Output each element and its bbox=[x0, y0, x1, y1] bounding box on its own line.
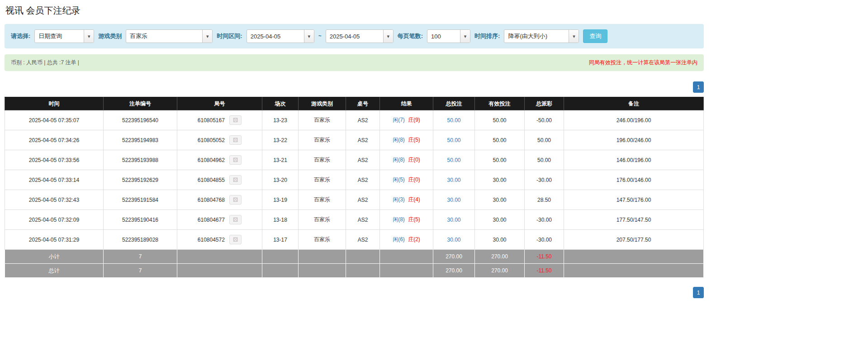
result-banker: 庄(9) bbox=[408, 117, 420, 123]
subtotal-count: 7 bbox=[104, 250, 177, 264]
cell-payout: 28.50 bbox=[525, 190, 564, 210]
cell-table: AS2 bbox=[346, 130, 380, 150]
cell-payout: -30.00 bbox=[525, 170, 564, 190]
cell-session: 13-22 bbox=[262, 130, 299, 150]
cell-result: 闲(8) 庄(0) bbox=[380, 150, 433, 170]
date-to-value: 2025-04-05 bbox=[326, 30, 383, 43]
cell-note: 147.50/176.00 bbox=[564, 190, 704, 210]
cell-note: 177.50/147.50 bbox=[564, 210, 704, 230]
total-bet-link[interactable]: 50.00 bbox=[447, 157, 460, 163]
page-size-label: 每页笔数: bbox=[398, 32, 423, 40]
column-header-valid-bet: 有效投注 bbox=[475, 97, 525, 110]
video-replay-icon[interactable]: ⚄ bbox=[229, 215, 242, 224]
cell-game: 百家乐 bbox=[299, 110, 346, 130]
column-header-payout: 总派彩 bbox=[525, 97, 564, 110]
table-head-row: 时间 注单编号 局号 场次 游戏类别 桌号 结果 总投注 有效投注 总派彩 备注 bbox=[5, 97, 704, 110]
video-replay-icon[interactable]: ⚄ bbox=[229, 135, 242, 145]
cell-result: 闲(6) 庄(2) bbox=[380, 230, 433, 250]
video-replay-icon[interactable]: ⚄ bbox=[229, 175, 242, 185]
cell-time: 2025-04-05 07:31:29 bbox=[5, 230, 104, 250]
cell-bet-id: 522395194983 bbox=[104, 130, 177, 150]
summary-bar: 币别 : 人民币 | 总共 :7 注单 | 同局有效投注，统一计算在该局第一张注… bbox=[5, 54, 704, 71]
cell-total-bet-wrap: 50.00 bbox=[433, 150, 475, 170]
cell-valid-bet: 30.00 bbox=[475, 210, 525, 230]
total-bet-link[interactable]: 30.00 bbox=[447, 177, 460, 183]
page-button-1[interactable]: 1 bbox=[693, 81, 704, 93]
total-bet-link[interactable]: 30.00 bbox=[447, 197, 460, 203]
date-to-dropdown[interactable]: 2025-04-05 ▾ bbox=[326, 29, 394, 43]
page-button-1[interactable]: 1 bbox=[693, 287, 704, 298]
chevron-down-icon[interactable]: ▾ bbox=[304, 30, 314, 43]
subtotal-label: 小计 bbox=[5, 250, 104, 264]
cell-game: 百家乐 bbox=[299, 130, 346, 150]
total-bet-link[interactable]: 30.00 bbox=[447, 237, 460, 243]
total-label: 总计 bbox=[5, 264, 104, 278]
search-button[interactable]: 查询 bbox=[583, 29, 607, 43]
cell-table: AS2 bbox=[346, 170, 380, 190]
chevron-down-icon[interactable]: ▾ bbox=[202, 30, 212, 43]
game-type-dropdown[interactable]: 百家乐 ▾ bbox=[126, 29, 213, 43]
cell-round: 610805167 ⚄ bbox=[177, 110, 262, 130]
video-replay-icon[interactable]: ⚄ bbox=[229, 115, 242, 125]
subtotal-total-bet: 270.00 bbox=[433, 250, 475, 264]
total-valid-bet: 270.00 bbox=[475, 264, 525, 278]
total-count: 7 bbox=[104, 264, 177, 278]
summary-notice: 同局有效投注，统一计算在该局第一张注单内 bbox=[589, 59, 697, 67]
cell-session: 13-17 bbox=[262, 230, 299, 250]
video-replay-icon[interactable]: ⚄ bbox=[229, 155, 242, 165]
cell-result: 闲(7) 庄(9) bbox=[380, 110, 433, 130]
cell-note: 246.00/196.00 bbox=[564, 110, 704, 130]
cell-payout: -30.00 bbox=[525, 210, 564, 230]
table-row: 2025-04-05 07:32:09 522395190416 6108046… bbox=[5, 210, 704, 230]
game-type-value: 百家乐 bbox=[126, 30, 202, 43]
result-banker: 庄(5) bbox=[408, 137, 420, 143]
cell-note: 146.00/196.00 bbox=[564, 150, 704, 170]
video-replay-icon[interactable]: ⚄ bbox=[229, 235, 242, 244]
result-banker: 庄(5) bbox=[408, 216, 420, 223]
chevron-down-icon[interactable]: ▾ bbox=[569, 30, 579, 43]
column-header-round-id: 局号 bbox=[177, 97, 262, 110]
cell-round: 610805052 ⚄ bbox=[177, 130, 262, 150]
result-banker: 庄(0) bbox=[408, 176, 420, 183]
chevron-down-icon[interactable]: ▾ bbox=[84, 30, 94, 43]
total-bet-link[interactable]: 50.00 bbox=[447, 137, 460, 143]
cell-time: 2025-04-05 07:34:26 bbox=[5, 130, 104, 150]
video-replay-icon[interactable]: ⚄ bbox=[229, 195, 242, 205]
cell-note: 176.00/146.00 bbox=[564, 170, 704, 190]
table-row: 2025-04-05 07:34:26 522395194983 6108050… bbox=[5, 130, 704, 150]
cell-round-id: 610805052 bbox=[198, 137, 225, 143]
chevron-down-icon[interactable]: ▾ bbox=[383, 30, 393, 43]
cell-bet-id: 522395192629 bbox=[104, 170, 177, 190]
cell-note: 207.50/177.50 bbox=[564, 230, 704, 250]
cell-round-id: 610804677 bbox=[198, 217, 225, 223]
result-player: 闲(7) bbox=[393, 117, 405, 123]
select-type-label: 请选择: bbox=[11, 32, 30, 40]
game-type-label: 游戏类别 bbox=[98, 32, 122, 40]
cell-game: 百家乐 bbox=[299, 210, 346, 230]
total-bet-link[interactable]: 50.00 bbox=[447, 117, 460, 124]
cell-round: 610804962 ⚄ bbox=[177, 150, 262, 170]
date-from-dropdown[interactable]: 2025-04-05 ▾ bbox=[247, 29, 314, 43]
cell-session: 13-20 bbox=[262, 170, 299, 190]
page-size-dropdown[interactable]: 100 ▾ bbox=[427, 29, 470, 43]
total-bet-link[interactable]: 30.00 bbox=[447, 217, 460, 223]
cell-valid-bet: 30.00 bbox=[475, 170, 525, 190]
result-player: 闲(6) bbox=[393, 236, 405, 243]
cell-table: AS2 bbox=[346, 110, 380, 130]
result-player: 闲(8) bbox=[393, 216, 405, 223]
cell-time: 2025-04-05 07:32:43 bbox=[5, 190, 104, 210]
chevron-down-icon[interactable]: ▾ bbox=[460, 30, 470, 43]
result-banker: 庄(2) bbox=[408, 236, 420, 243]
result-banker: 庄(4) bbox=[408, 196, 420, 203]
summary-currency-total: 币别 : 人民币 | 总共 :7 注单 | bbox=[11, 59, 79, 67]
cell-valid-bet: 30.00 bbox=[475, 190, 525, 210]
range-separator: ~ bbox=[318, 33, 322, 39]
cell-bet-id: 522395191584 bbox=[104, 190, 177, 210]
cell-time: 2025-04-05 07:35:07 bbox=[5, 110, 104, 130]
query-type-dropdown[interactable]: 日期查询 ▾ bbox=[34, 29, 94, 43]
cell-session: 13-19 bbox=[262, 190, 299, 210]
sort-dropdown[interactable]: 降幂(由大到小) ▾ bbox=[504, 29, 579, 43]
cell-payout: 50.00 bbox=[525, 150, 564, 170]
cell-bet-id: 522395196540 bbox=[104, 110, 177, 130]
cell-round: 610804768 ⚄ bbox=[177, 190, 262, 210]
